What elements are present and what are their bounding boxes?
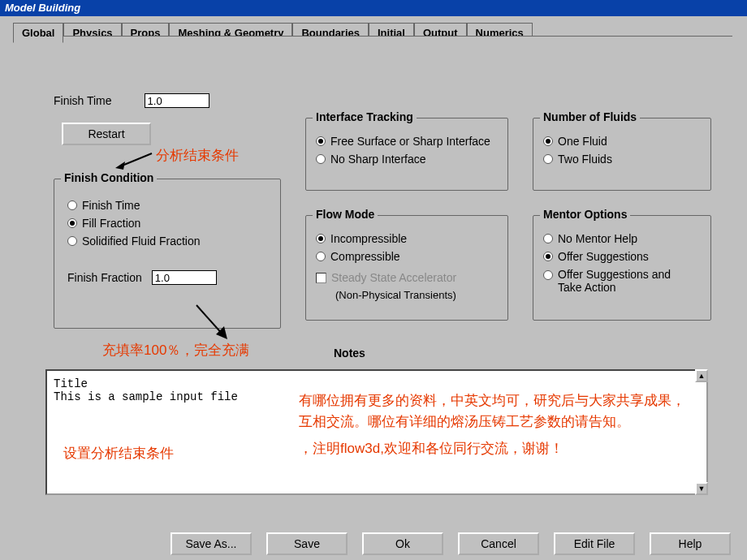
radio-icon bbox=[316, 154, 326, 164]
scroll-up-button[interactable]: ▲ bbox=[695, 369, 708, 382]
finish-fraction-label: Finish Fraction bbox=[67, 271, 142, 284]
radio-icon bbox=[543, 154, 553, 164]
finish-condition-legend: Finish Condition bbox=[61, 171, 157, 184]
radio-icon bbox=[67, 218, 77, 228]
number-fluids-legend: Number of Fluids bbox=[540, 110, 640, 123]
svg-line-0 bbox=[120, 153, 152, 166]
cancel-button[interactable]: Cancel bbox=[458, 532, 539, 555]
radio-two-fluids[interactable]: Two Fluids bbox=[543, 153, 701, 166]
radio-offer-sugg[interactable]: Offer Suggestions bbox=[543, 250, 701, 263]
radio-compressible[interactable]: Compressible bbox=[316, 250, 498, 263]
flow-mode-legend: Flow Mode bbox=[313, 208, 378, 221]
radio-icon bbox=[67, 200, 77, 210]
finish-fraction-input[interactable] bbox=[152, 270, 217, 285]
radio-no-sharp[interactable]: No Sharp Interface bbox=[316, 153, 498, 166]
notes-textarea[interactable]: Title This is a sample input file 设置分析结束… bbox=[45, 369, 708, 495]
radio-incompressible[interactable]: Incompressible bbox=[316, 232, 498, 245]
checkbox-icon bbox=[316, 273, 326, 283]
arrow-icon bbox=[115, 150, 156, 170]
window-title: Model Building bbox=[5, 2, 80, 14]
title-bar: Model Building bbox=[0, 0, 747, 16]
help-button[interactable]: Help bbox=[650, 532, 731, 555]
finish-time-label: Finish Time bbox=[54, 94, 112, 107]
check-steady-state[interactable]: Steady State Accelerator bbox=[316, 271, 498, 284]
footer-buttons: Save As... Save Ok Cancel Edit File Help bbox=[0, 528, 747, 560]
finish-time-input[interactable] bbox=[145, 93, 209, 108]
steady-state-sub: (Non-Physical Transients) bbox=[335, 289, 498, 301]
tab-panel-global: Finish Time Restart 分析结束条件 Finish Condit… bbox=[13, 37, 732, 518]
radio-icon bbox=[67, 236, 77, 246]
radio-icon bbox=[316, 252, 326, 261]
annotation-fill-rate: 充填率100％，完全充满 bbox=[102, 341, 249, 360]
annotation-comment: 有哪位拥有更多的资料，中英文均可，研究后与大家共享成果，互相交流。哪位有详细的熔… bbox=[299, 390, 695, 459]
group-flow-mode: Flow Mode Incompressible Compressible St… bbox=[305, 215, 508, 321]
radio-solidified[interactable]: Solidified Fluid Fraction bbox=[67, 235, 267, 248]
arrow-icon bbox=[192, 300, 232, 341]
notes-label: Notes bbox=[334, 347, 365, 360]
radio-icon bbox=[543, 252, 553, 261]
svg-marker-1 bbox=[115, 162, 125, 170]
ok-button[interactable]: Ok bbox=[362, 532, 443, 555]
radio-finish-time[interactable]: Finish Time bbox=[67, 199, 267, 212]
annotation-set-cond: 设置分析结束条件 bbox=[63, 444, 174, 463]
radio-offer-action[interactable]: Offer Suggestions and Take Action bbox=[543, 268, 701, 294]
edit-file-button[interactable]: Edit File bbox=[554, 532, 635, 555]
save-button[interactable]: Save bbox=[266, 532, 348, 555]
tab-global[interactable]: Global bbox=[13, 23, 63, 43]
group-number-fluids: Number of Fluids One Fluid Two Fluids bbox=[533, 118, 711, 191]
triangle-up-icon: ▲ bbox=[698, 372, 706, 380]
mentor-legend: Mentor Options bbox=[540, 208, 630, 221]
scroll-down-button[interactable]: ▼ bbox=[695, 482, 708, 495]
radio-icon bbox=[543, 234, 553, 243]
group-interface-tracking: Interface Tracking Free Surface or Sharp… bbox=[305, 118, 508, 191]
annotation-finish-cond: 分析结束条件 bbox=[156, 146, 239, 165]
radio-icon bbox=[316, 234, 326, 243]
radio-icon bbox=[543, 136, 553, 146]
group-mentor: Mentor Options No Mentor Help Offer Sugg… bbox=[533, 215, 711, 321]
radio-fill-fraction[interactable]: Fill Fraction bbox=[67, 217, 267, 230]
radio-no-mentor[interactable]: No Mentor Help bbox=[543, 232, 701, 245]
triangle-down-icon: ▼ bbox=[698, 485, 706, 493]
radio-one-fluid[interactable]: One Fluid bbox=[543, 135, 701, 148]
save-as-button[interactable]: Save As... bbox=[171, 532, 252, 555]
radio-free-surface[interactable]: Free Surface or Sharp Interface bbox=[316, 135, 498, 148]
radio-icon bbox=[316, 136, 326, 146]
interface-tracking-legend: Interface Tracking bbox=[313, 110, 417, 123]
radio-icon bbox=[543, 270, 553, 280]
group-finish-condition: Finish Condition Finish Time Fill Fracti… bbox=[54, 179, 281, 329]
restart-button[interactable]: Restart bbox=[62, 123, 151, 145]
